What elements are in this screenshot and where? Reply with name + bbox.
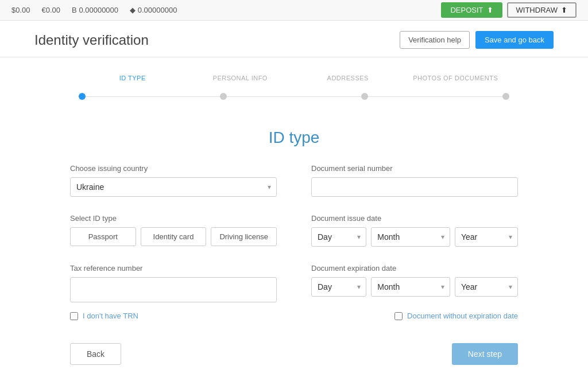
step-label-personal-info: PERSONAL INFO (213, 75, 268, 81)
country-select-wrapper: Ukraine United States United Kingdom Ger… (70, 177, 277, 197)
tax-input[interactable] (70, 277, 277, 302)
serial-number-group: Document serial number (311, 164, 518, 197)
driving-license-button[interactable]: Driving license (211, 227, 277, 246)
deposit-icon: ⬆ (487, 6, 493, 14)
issue-day-wrapper: Day (311, 227, 366, 247)
no-trn-checkbox-row[interactable]: I don't have TRN (70, 312, 138, 320)
step-dot-1 (79, 93, 86, 100)
serial-number-label: Document serial number (311, 164, 518, 173)
topbar: $0.00 €0.00 B 0.00000000 ◆ 0.00000000 DE… (0, 0, 588, 21)
id-type-group: Select ID type Passport Identity card Dr… (70, 214, 277, 247)
page-header-actions: Verification help Save and go back (400, 31, 554, 49)
no-expiry-checkbox[interactable] (394, 312, 403, 320)
expiry-year-select[interactable]: Year (455, 277, 518, 297)
id-type-label: Select ID type (70, 214, 277, 223)
expiry-day-select[interactable]: Day (311, 277, 366, 297)
no-expiry-label: Document without expiration date (407, 312, 518, 320)
deposit-label: DEPOSIT (450, 6, 483, 14)
balance-eur: €0.00 (42, 6, 61, 14)
step-line-2 (227, 96, 361, 97)
step-label-addresses: ADDRESSES (327, 75, 369, 81)
expiry-month-wrapper: Month JanuaryFebruaryMarch AprilMayJune … (371, 277, 450, 297)
country-select[interactable]: Ukraine United States United Kingdom Ger… (70, 177, 277, 197)
withdraw-button[interactable]: WITHDRAW ⬆ (507, 2, 577, 18)
verification-help-button[interactable]: Verification help (400, 31, 470, 49)
step-label-photos: PHOTOS OF DOCUMENTS (413, 75, 498, 81)
page-header: Identity verification Verification help … (0, 21, 588, 57)
checkboxes-row: I don't have TRN Document without expira… (70, 312, 518, 320)
expiry-month-select[interactable]: Month JanuaryFebruaryMarch AprilMayJune … (371, 277, 450, 297)
step-dot-2 (220, 93, 227, 100)
topbar-actions: DEPOSIT ⬆ WITHDRAW ⬆ (441, 2, 577, 18)
step-dots-row (79, 93, 509, 100)
id-type-buttons: Passport Identity card Driving license (70, 227, 277, 246)
identity-card-button[interactable]: Identity card (141, 227, 207, 246)
issue-day-select[interactable]: Day (311, 227, 366, 247)
balance-btc: B 0.00000000 (72, 6, 118, 14)
passport-button[interactable]: Passport (70, 227, 136, 246)
issue-date-selects: Day Month JanuaryFebruaryMarch AprilMayJ… (311, 227, 518, 247)
step-line-1 (86, 96, 220, 97)
withdraw-icon: ⬆ (561, 6, 567, 14)
form-footer: Back Next step (70, 337, 518, 365)
form-grid: Choose issuing country Ukraine United St… (70, 164, 518, 302)
issue-month-wrapper: Month JanuaryFebruaryMarch AprilMayJune … (371, 227, 450, 247)
balance-eth: ◆ 0.00000000 (130, 6, 177, 14)
expiry-date-label: Document expiration date (311, 264, 518, 273)
expiry-year-wrapper: Year (455, 277, 518, 297)
main-content: ID type Choose issuing country Ukraine U… (0, 106, 588, 388)
step-label-id-type: ID TYPE (119, 75, 146, 81)
step-line-3 (368, 96, 502, 97)
issue-date-group: Document issue date Day Month JanuaryFeb… (311, 214, 518, 247)
issue-month-select[interactable]: Month JanuaryFebruaryMarch AprilMayJune … (371, 227, 450, 247)
step-dot-3 (361, 93, 368, 100)
withdraw-label: WITHDRAW (516, 6, 558, 14)
issue-year-select[interactable]: Year (455, 227, 518, 247)
tax-label: Tax reference number (70, 264, 277, 273)
expiry-date-selects: Day Month JanuaryFebruaryMarch AprilMayJ… (311, 277, 518, 297)
no-trn-label: I don't have TRN (83, 312, 138, 320)
balances: $0.00 €0.00 B 0.00000000 ◆ 0.00000000 (11, 6, 177, 14)
step-dot-4 (502, 93, 509, 100)
country-group: Choose issuing country Ukraine United St… (70, 164, 277, 197)
no-expiry-checkbox-row[interactable]: Document without expiration date (394, 312, 518, 320)
page-title: Identity verification (34, 32, 149, 48)
country-label: Choose issuing country (70, 164, 277, 173)
no-trn-checkbox[interactable] (70, 312, 78, 320)
back-button[interactable]: Back (70, 343, 121, 365)
deposit-button[interactable]: DEPOSIT ⬆ (441, 2, 502, 18)
section-title: ID type (34, 129, 554, 147)
save-go-back-button[interactable]: Save and go back (475, 31, 554, 49)
issue-date-label: Document issue date (311, 214, 518, 223)
next-step-button[interactable]: Next step (452, 343, 518, 365)
balance-usd: $0.00 (11, 6, 30, 14)
issue-year-wrapper: Year (455, 227, 518, 247)
tax-group: Tax reference number (70, 264, 277, 302)
serial-number-input[interactable] (311, 177, 518, 197)
expiry-day-wrapper: Day (311, 277, 366, 297)
expiry-date-group: Document expiration date Day Month Janua… (311, 264, 518, 302)
steps-container: ID TYPE PERSONAL INFO ADDRESSES PHOTOS O… (0, 57, 588, 106)
